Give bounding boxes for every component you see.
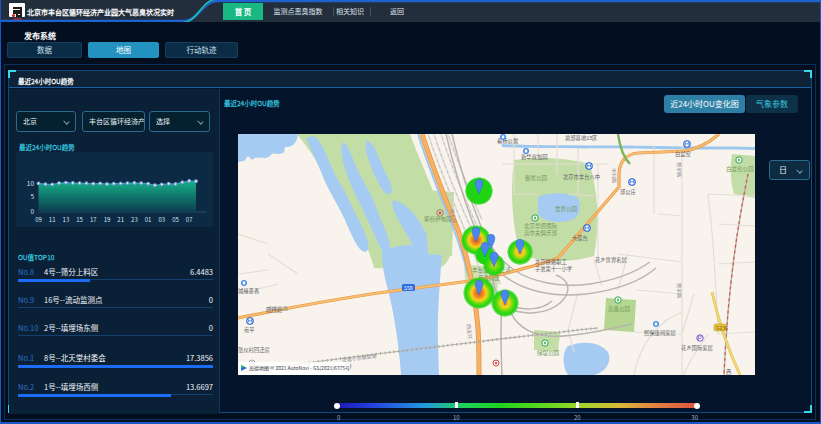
svg-text:5: 5 [30,191,34,201]
svg-text:19: 19 [104,215,111,224]
svg-text:御景公园: 御景公园 [525,174,548,182]
svg-text:西: 西 [726,368,731,375]
svg-text:10: 10 [27,178,35,188]
svg-text:子弟第十一小学: 子弟第十一小学 [535,265,572,273]
svg-text:白盆窑: 白盆窑 [675,150,691,158]
svg-text:白盆窑公园: 白盆窑公园 [726,165,754,173]
svg-text:熙保康阅家居: 熙保康阅家居 [644,329,676,337]
svg-text:07: 07 [186,215,193,224]
svg-text:看杨公寓: 看杨公寓 [497,137,518,145]
svg-text:花乡世界名居: 花乡世界名居 [595,256,627,264]
svg-text:0: 0 [30,206,34,216]
svg-text:21: 21 [117,215,124,224]
svg-text:城缘墨香: 城缘墨香 [238,287,260,295]
svg-text:高鑫公园: 高鑫公园 [608,305,631,313]
svg-text:梅市口路: 梅市口路 [268,304,288,312]
svg-text:17: 17 [90,215,97,224]
svg-text:大葆台: 大葆台 [572,234,588,242]
svg-text:宛平: 宛平 [244,326,255,334]
svg-text:S50: S50 [404,284,413,291]
svg-text:15: 15 [76,215,83,224]
svg-text:11: 11 [49,215,56,224]
svg-text:紫谷伊甸园: 紫谷伊甸园 [424,215,452,223]
svg-text:高德地图 © 2021 AutoNavi - GS(2021: 高德地图 © 2021 AutoNavi - GS(2021)6375号 [249,364,350,372]
svg-text:新华双加园: 新华双加园 [521,153,548,161]
svg-text:13: 13 [63,215,70,224]
svg-text:01: 01 [145,215,152,224]
svg-text:世界公园: 世界公园 [555,205,578,213]
svg-text:05: 05 [172,215,179,224]
svg-text:郭公庄: 郭公庄 [620,188,637,196]
svg-text:绿堤公园: 绿堤公园 [537,349,560,357]
svg-text:23: 23 [131,215,138,224]
svg-text:G236: G236 [716,324,728,331]
svg-text:总部基地18区: 总部基地18区 [565,134,598,142]
svg-text:09: 09 [35,215,42,224]
svg-text:北京市丰台八中: 北京市丰台八中 [563,173,600,181]
svg-text:03: 03 [158,215,165,224]
svg-text:花乡国际家居: 花乡国际家居 [681,344,713,352]
svg-text:高尔夫俱乐部: 高尔夫俱乐部 [524,229,558,237]
svg-text:张仪村回迁房: 张仪村回迁房 [238,346,270,354]
